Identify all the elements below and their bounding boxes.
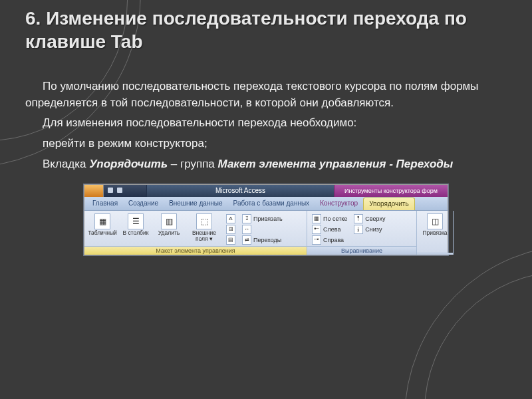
a-button[interactable]: A xyxy=(224,213,237,223)
group-align-label: Выравнивание xyxy=(307,246,416,255)
paragraph-3: перейти в режим конструктора; xyxy=(25,136,507,152)
stacked-button[interactable]: ☰ В столбик xyxy=(120,212,151,236)
paragraph-4: Вкладка Упорядочить – группа Макет элеме… xyxy=(25,156,507,173)
align-right-button[interactable]: ⭲Справа xyxy=(310,235,349,245)
align-bottom-button[interactable]: ⭳Снизу xyxy=(352,224,387,234)
align-grid-button[interactable]: ▦По сетке xyxy=(310,213,349,223)
grid-small-icon: ⊞ xyxy=(226,225,235,234)
tabular-button[interactable]: ▦ Табличный xyxy=(87,212,118,236)
anchoring-button[interactable]: ◫ Привязка xyxy=(420,212,450,236)
misc-icon: ↔ xyxy=(242,225,251,234)
stacked-icon: ☰ xyxy=(128,213,144,229)
tab-order-icon: ⇄ xyxy=(242,235,251,245)
tab-external-data[interactable]: Внешние данные xyxy=(164,197,227,210)
tab-order-button[interactable]: ⇄Переходы xyxy=(240,235,285,245)
grid-icon: ▦ xyxy=(312,214,321,223)
ribbon-screenshot: Microsoft Access Инструменты конструктор… xyxy=(84,184,448,255)
tab-database-tools[interactable]: Работа с базами данных xyxy=(228,197,315,210)
ribbon-tabs: Главная Создание Внешние данные Работа с… xyxy=(84,197,448,211)
remove-button[interactable]: ▥ Удалить xyxy=(154,212,184,236)
group-anchoring: ◫ Привязка xyxy=(417,211,454,255)
layout-small-button[interactable]: ▤ xyxy=(224,235,237,245)
tabular-icon: ▦ xyxy=(94,213,110,229)
right-icon: ⭲ xyxy=(312,235,321,245)
tab-create[interactable]: Создание xyxy=(123,197,164,210)
group-anchor-label xyxy=(417,253,453,255)
margins-icon: ⬚ xyxy=(196,213,212,229)
layout-small-icon: ▤ xyxy=(226,235,235,245)
anchor-icon: ↧ xyxy=(242,214,251,223)
a-icon: A xyxy=(226,214,235,223)
group-layout-label: Макет элемента управления xyxy=(84,246,307,255)
tab-arrange[interactable]: Упорядочить xyxy=(363,198,415,210)
align-left-button[interactable]: ⭰Слева xyxy=(310,224,349,234)
top-icon: ⭱ xyxy=(354,214,363,223)
title-bar: Microsoft Access Инструменты конструктор… xyxy=(84,185,448,197)
paragraph-2: Для изменения последовательности переход… xyxy=(25,115,507,132)
left-icon: ⭰ xyxy=(312,225,321,234)
margins-button[interactable]: ⬚ Внешние поля ▾ xyxy=(187,212,221,242)
tab-design[interactable]: Конструктор xyxy=(315,197,363,210)
group-control-layout: ▦ Табличный ☰ В столбик ▥ Удалить ⬚ Внеш… xyxy=(84,211,307,255)
remove-icon: ▥ xyxy=(161,213,177,229)
quick-access-toolbar[interactable] xyxy=(104,185,147,197)
app-title: Microsoft Access xyxy=(147,185,334,197)
misc-button[interactable]: ↔ xyxy=(240,224,285,234)
anchoring-icon: ◫ xyxy=(427,213,443,229)
tab-home[interactable]: Главная xyxy=(87,197,123,210)
anchor-button[interactable]: ↧Привязать xyxy=(240,213,285,223)
bottom-icon: ⭳ xyxy=(354,225,363,234)
office-button-icon[interactable] xyxy=(84,185,104,197)
contextual-tab-title: Инструменты конструктора форм xyxy=(334,185,448,197)
align-top-button[interactable]: ⭱Сверху xyxy=(352,213,387,223)
group-alignment: ▦По сетке ⭰Слева ⭲Справа ⭱Сверху ⭳Снизу … xyxy=(307,211,417,255)
grid-small-button[interactable]: ⊞ xyxy=(224,224,237,234)
